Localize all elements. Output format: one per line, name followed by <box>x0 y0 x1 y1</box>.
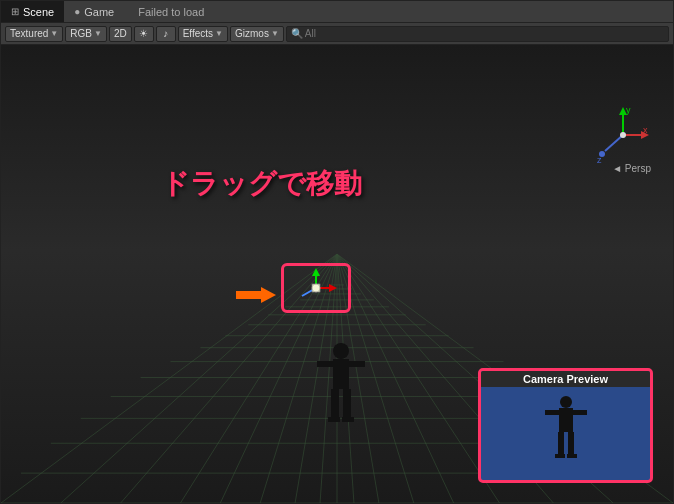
camera-preview-panel[interactable]: Camera Preview <box>478 368 653 483</box>
rgb-dropdown[interactable]: RGB ▼ <box>65 26 107 42</box>
svg-rect-44 <box>317 361 333 367</box>
effects-label: Effects <box>183 28 213 39</box>
textured-label: Textured <box>10 28 48 39</box>
gizmos-label: Gizmos <box>235 28 269 39</box>
svg-rect-67 <box>567 454 577 458</box>
lighting-btn[interactable]: ☀ <box>134 26 154 42</box>
svg-text:y: y <box>626 105 631 115</box>
game-tab-icon: ● <box>74 6 80 17</box>
svg-rect-61 <box>559 408 573 432</box>
scene-viewport[interactable]: ドラッグで移動 <box>1 45 673 503</box>
svg-rect-46 <box>331 389 339 419</box>
drag-instruction: ドラッグで移動 <box>161 165 362 203</box>
svg-rect-48 <box>328 417 340 422</box>
svg-marker-34 <box>236 287 276 303</box>
toolbar: Textured ▼ RGB ▼ 2D ☀ ♪ Effects ▼ Gizmos… <box>1 23 673 45</box>
textured-dropdown[interactable]: Textured ▼ <box>5 26 63 42</box>
gizmos-dropdown[interactable]: Gizmos ▼ <box>230 26 284 42</box>
camera-preview-title: Camera Preview <box>481 371 650 387</box>
search-input[interactable] <box>305 28 664 39</box>
scene-tab-label: Scene <box>23 6 54 18</box>
svg-marker-38 <box>329 284 337 292</box>
svg-point-42 <box>333 343 349 359</box>
rgb-label: RGB <box>70 28 92 39</box>
tab-scene[interactable]: ⊞ Scene <box>1 1 64 22</box>
2d-label: 2D <box>114 28 127 39</box>
svg-point-59 <box>620 132 626 138</box>
gizmos-arrow: ▼ <box>271 29 279 38</box>
svg-rect-65 <box>568 432 574 456</box>
2d-button[interactable]: 2D <box>109 26 132 42</box>
svg-rect-64 <box>558 432 564 456</box>
editor-window: ⊞ Scene ● Game Failed to load Textured ▼… <box>0 0 674 504</box>
scene-tab-icon: ⊞ <box>11 6 19 17</box>
search-field[interactable]: 🔍 <box>286 26 669 42</box>
failed-message: Failed to load <box>128 1 214 22</box>
game-tab-label: Game <box>84 6 114 18</box>
search-icon: 🔍 <box>291 28 303 39</box>
tab-bar: ⊞ Scene ● Game Failed to load <box>1 1 673 23</box>
transform-gizmo-highlight <box>281 263 351 313</box>
rgb-arrow: ▼ <box>94 29 102 38</box>
svg-rect-45 <box>349 361 365 367</box>
effects-dropdown[interactable]: Effects ▼ <box>178 26 228 42</box>
svg-line-56 <box>605 135 623 151</box>
effects-arrow: ▼ <box>215 29 223 38</box>
svg-rect-47 <box>343 389 351 419</box>
svg-rect-49 <box>342 417 354 422</box>
svg-marker-36 <box>312 268 320 276</box>
camera-preview-viewport <box>481 387 650 476</box>
lighting-icon: ☀ <box>139 28 148 39</box>
axis-gizmo: y x z <box>593 105 653 165</box>
svg-text:x: x <box>643 125 648 135</box>
svg-rect-43 <box>333 359 349 389</box>
svg-rect-41 <box>312 284 320 292</box>
persp-label: ◄ Persp <box>612 163 651 174</box>
textured-arrow: ▼ <box>50 29 58 38</box>
character-silhouette <box>311 339 371 443</box>
audio-icon: ♪ <box>163 28 168 39</box>
orange-arrow <box>236 285 276 309</box>
svg-rect-63 <box>573 410 587 415</box>
tab-game[interactable]: ● Game <box>64 1 124 22</box>
svg-rect-62 <box>545 410 559 415</box>
audio-btn[interactable]: ♪ <box>156 26 176 42</box>
svg-point-60 <box>560 396 572 408</box>
svg-rect-66 <box>555 454 565 458</box>
svg-text:z: z <box>597 155 602 165</box>
